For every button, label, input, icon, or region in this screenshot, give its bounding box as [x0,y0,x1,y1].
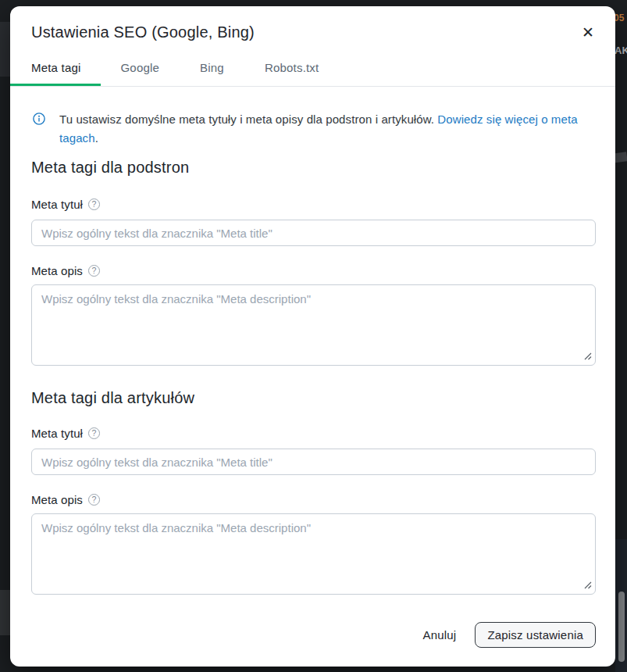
tab-google[interactable]: Google [121,61,160,86]
help-icon[interactable]: ? [88,494,100,506]
field-label-text: Meta opis [31,493,83,506]
tab-robots-txt[interactable]: Robots.txt [265,61,319,86]
info-icon [33,113,45,125]
field-label-text: Meta opis [31,264,83,277]
page-scrollbar-thumb[interactable] [618,592,625,662]
close-icon[interactable]: ✕ [580,23,596,42]
meta-title-input-artykuly[interactable] [31,449,596,475]
dialog-title: Ustawienia SEO (Google, Bing) [31,20,255,44]
help-icon[interactable]: ? [88,198,100,210]
info-banner-suffix: . [95,131,98,145]
meta-description-label: Meta opis ? [31,264,596,277]
seo-settings-dialog: Ustawienia SEO (Google, Bing) ✕ Meta tag… [10,6,615,667]
meta-title-input-podstrony[interactable] [31,220,596,246]
cancel-button[interactable]: Anuluj [421,624,458,646]
meta-description-textarea-artykuly[interactable] [31,513,596,595]
resize-handle-icon[interactable] [584,352,592,360]
info-banner-message: Tu ustawisz domyślne meta tytuły i meta … [59,113,434,126]
info-banner-text: Tu ustawisz domyślne meta tytuły i meta … [59,110,589,148]
backdrop-patch [0,590,10,635]
backdrop-text-fragment: AK [615,45,627,56]
section-heading-artykuly: Meta tagi dla artykułów [31,388,596,407]
info-banner: Tu ustawisz domyślne meta tytuły i meta … [31,110,596,148]
backdrop-patch [0,22,10,77]
meta-description-label: Meta opis ? [31,493,596,506]
field-label-text: Meta tytuł [31,198,83,211]
meta-title-label: Meta tytuł ? [31,198,596,211]
backdrop-text-fragment: 05 [614,13,624,23]
meta-description-textarea-podstrony[interactable] [31,284,596,366]
save-settings-button[interactable]: Zapisz ustawienia [475,622,596,648]
resize-handle-icon[interactable] [584,581,592,589]
dialog-footer: Anuluj Zapisz ustawienia [31,622,596,648]
dialog-header: Ustawienia SEO (Google, Bing) ✕ [31,6,596,44]
help-icon[interactable]: ? [88,427,100,439]
tab-bing[interactable]: Bing [200,61,224,86]
meta-title-label: Meta tytuł ? [31,427,596,440]
section-heading-podstrony: Meta tagi dla podstron [31,158,596,177]
help-icon[interactable]: ? [88,265,100,277]
field-label-text: Meta tytuł [31,427,83,440]
tab-meta-tagi[interactable]: Meta tagi [10,61,101,86]
dialog-tabbar: Meta tagi Google Bing Robots.txt [10,61,615,87]
